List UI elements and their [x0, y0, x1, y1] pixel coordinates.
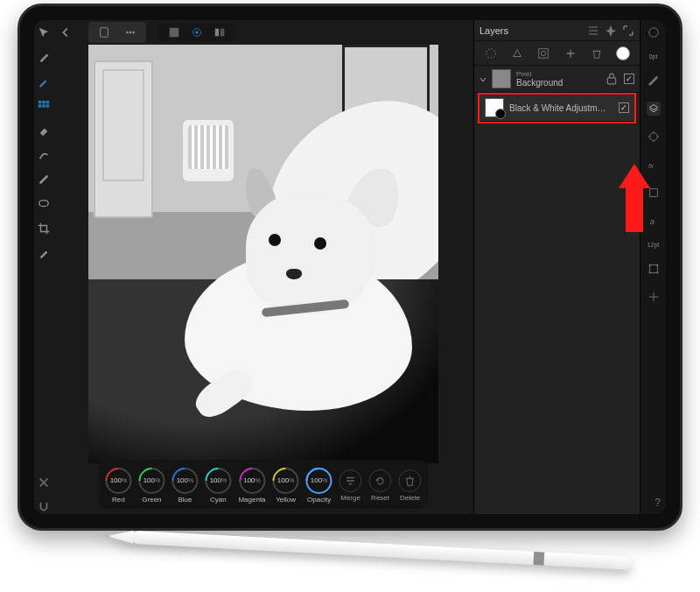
svg-rect-15 [220, 29, 224, 37]
canvas-area[interactable]: 100%Red 100%Green 100%Blue 100%Cyan 100%… [53, 45, 473, 514]
layer-bw-adjustment[interactable]: Black & White Adjustm… ✓ [480, 95, 634, 122]
document-icon[interactable] [97, 25, 111, 39]
paint-brush-tool-icon[interactable] [37, 50, 51, 64]
eraser-tool-icon[interactable] [37, 123, 51, 137]
navigator-studio-icon[interactable] [647, 290, 661, 304]
panel-menu-icon[interactable] [587, 25, 599, 37]
fx-studio-icon[interactable]: fx [647, 158, 661, 172]
opacity-icon[interactable] [484, 46, 498, 60]
pixel-brush-tool-icon[interactable] [37, 74, 51, 88]
layers-studio-icon[interactable] [647, 102, 661, 116]
lock-icon[interactable] [605, 72, 619, 86]
dial-opacity[interactable]: 100%Opacity [306, 468, 332, 504]
svg-text:a: a [649, 216, 654, 226]
close-icon[interactable] [37, 476, 51, 490]
blend-icon[interactable] [510, 46, 524, 60]
persona-liquify-icon[interactable] [190, 25, 204, 39]
left-toolbar [34, 20, 53, 514]
help-icon[interactable]: ? [647, 493, 661, 507]
svg-point-10 [132, 32, 134, 33]
history-studio-icon[interactable] [647, 186, 661, 200]
color-swatch[interactable] [616, 46, 630, 60]
color-studio-icon[interactable] [647, 25, 661, 39]
persona-controls [158, 24, 235, 41]
svg-point-16 [486, 48, 496, 58]
top-toolbar [53, 20, 473, 45]
back-icon[interactable] [59, 25, 73, 39]
right-studio-bar: 0pt fx a 12pt ? [640, 20, 666, 514]
chevron-down-icon[interactable] [480, 75, 486, 82]
svg-rect-1 [42, 101, 46, 104]
trash-icon [403, 474, 417, 488]
svg-point-27 [656, 264, 658, 266]
svg-point-21 [649, 133, 657, 141]
svg-rect-0 [38, 101, 42, 104]
smudge-tool-icon[interactable] [37, 148, 51, 162]
dial-yellow[interactable]: 100%Yellow [273, 468, 299, 504]
visibility-checkbox[interactable]: ✓ [619, 102, 629, 113]
brush-studio-icon[interactable] [647, 74, 661, 88]
svg-rect-17 [539, 48, 549, 58]
color-picker-tool-icon[interactable] [37, 246, 51, 260]
layers-panel: Layers Pixel Background [473, 20, 640, 514]
svg-point-20 [648, 28, 658, 38]
svg-rect-19 [607, 78, 615, 84]
canvas-image[interactable] [88, 45, 438, 463]
reset-button[interactable]: Reset [369, 469, 392, 502]
magnet-icon[interactable] [37, 500, 51, 514]
dial-magenta[interactable]: 100%Magenta [238, 468, 265, 504]
pin-icon[interactable] [605, 25, 617, 37]
arrow-tool-icon[interactable] [37, 25, 51, 39]
svg-rect-3 [38, 104, 42, 108]
lasso-tool-icon[interactable] [37, 197, 51, 211]
layer-bg-label: Pixel Background [516, 70, 599, 88]
add-layer-icon[interactable] [564, 46, 578, 60]
clone-tool-icon[interactable] [37, 173, 51, 187]
svg-point-29 [656, 271, 658, 273]
bw-adjustment-panel: 100%Red 100%Green 100%Blue 100%Cyan 100%… [98, 460, 428, 509]
svg-point-8 [126, 32, 128, 33]
crop-tool-icon[interactable] [37, 222, 51, 236]
expand-icon[interactable] [622, 25, 634, 37]
svg-rect-25 [649, 265, 657, 273]
adjust-studio-icon[interactable] [647, 130, 661, 144]
dial-cyan[interactable]: 100%Cyan [205, 468, 231, 504]
svg-rect-4 [42, 104, 46, 108]
label-12pt: 12pt [648, 242, 660, 248]
merge-button[interactable]: Merge [340, 469, 362, 502]
dial-green[interactable]: 100%Green [138, 468, 164, 504]
svg-rect-7 [101, 28, 108, 38]
transform-studio-icon[interactable] [647, 262, 661, 276]
svg-point-6 [39, 201, 49, 207]
layers-toolbar [474, 41, 640, 66]
svg-rect-2 [46, 101, 50, 104]
merge-icon [344, 474, 358, 488]
layers-header: Layers [474, 20, 640, 41]
svg-rect-23 [649, 189, 657, 197]
svg-point-28 [648, 271, 650, 273]
layer-thumb [492, 69, 511, 88]
dial-red[interactable]: 100%Red [105, 468, 131, 504]
delete-button[interactable]: Delete [399, 469, 422, 502]
persona-export-icon[interactable] [213, 25, 227, 39]
layer-bw-label: Black & White Adjustm… [509, 103, 613, 113]
label-0pt: 0pt [649, 53, 658, 60]
adjustments-icon[interactable] [536, 46, 550, 60]
delete-layer-icon[interactable] [590, 46, 604, 60]
text-studio-icon[interactable]: a [647, 214, 661, 228]
svg-point-26 [648, 264, 650, 266]
reset-icon [374, 474, 388, 488]
more-icon[interactable] [123, 25, 137, 39]
svg-text:fx: fx [648, 162, 654, 170]
visibility-checkbox[interactable]: ✓ [624, 74, 634, 84]
highlighted-layer: Black & White Adjustm… ✓ [478, 93, 636, 123]
svg-point-9 [130, 32, 131, 33]
layer-thumb-bw [485, 98, 504, 117]
svg-point-13 [195, 31, 199, 34]
grid-tool-icon[interactable] [37, 99, 51, 113]
dial-blue[interactable]: 100%Blue [172, 468, 198, 504]
layer-background[interactable]: Pixel Background ✓ [474, 66, 640, 93]
persona-photo-icon[interactable] [167, 25, 181, 39]
svg-rect-11 [170, 28, 179, 38]
svg-rect-14 [215, 29, 219, 37]
